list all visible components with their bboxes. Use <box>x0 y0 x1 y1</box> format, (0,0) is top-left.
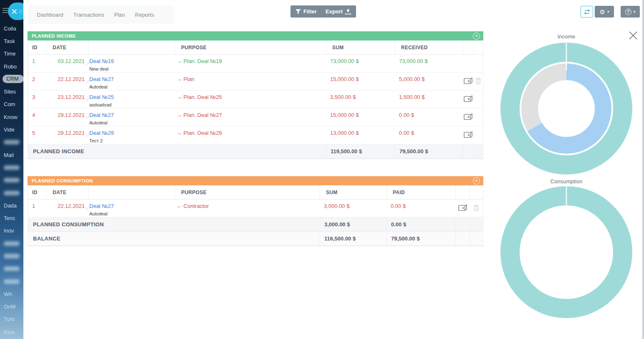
chevron-down-icon: ▾ <box>634 10 636 14</box>
settings-button[interactable]: ⚙ ▾ <box>595 6 614 18</box>
col-actions <box>473 40 483 54</box>
row-id: 3 <box>28 91 46 108</box>
close-charts-button[interactable] <box>628 30 639 41</box>
wallet-pay-button[interactable] <box>457 203 468 214</box>
sidebar-item-label: Tenc <box>4 215 15 221</box>
sidebar-item-sites[interactable]: Sites <box>0 85 23 98</box>
wallet-pay-button[interactable] <box>462 94 474 105</box>
sidebar-item-turb[interactable]: Turb <box>0 313 23 326</box>
planned-income-grid: ID DATE PURPOSE SUM RECEIVED 103.12.2021… <box>28 40 483 159</box>
trash-icon <box>475 78 481 84</box>
col-deal <box>88 185 175 199</box>
sidebar-item-colla[interactable]: Colla <box>0 22 23 35</box>
income-column-headers: ID DATE PURPOSE SUM RECEIVED <box>28 40 483 55</box>
col-actions <box>470 185 483 199</box>
deal-link[interactable]: Deal №27 <box>89 112 114 118</box>
sidebar-item-know[interactable]: Know <box>0 111 23 123</box>
edit-pencil-icon[interactable] <box>86 115 90 119</box>
swap-accounts-button[interactable] <box>581 6 593 18</box>
delete-button[interactable] <box>475 77 482 86</box>
export-label: Export <box>326 8 343 15</box>
sidebar-item-hidden[interactable] <box>0 275 23 288</box>
wallet-icon <box>463 113 473 121</box>
col-id: ID <box>28 185 46 199</box>
consumption-column-headers: ID DATE PURPOSE SUM PAID <box>28 185 483 200</box>
sidebar-item-inov[interactable]: Inov <box>0 225 23 237</box>
upload-icon <box>345 9 351 15</box>
delete-button[interactable] <box>472 204 480 213</box>
sidebar-item-hidden[interactable] <box>0 250 23 262</box>
row-id: 5 <box>28 126 46 144</box>
sidebar-item-label: WA <box>4 291 12 297</box>
row-second-sum: 0.00 $ <box>386 200 455 217</box>
sidebar-item-tenc[interactable]: Tenc <box>0 212 23 224</box>
income-total-received: 79,500.00 $ <box>395 144 463 158</box>
tab-reports[interactable]: Reports <box>135 12 154 18</box>
tab-transactions[interactable]: Transactions <box>73 12 104 18</box>
wallet-icon <box>463 131 473 139</box>
sidebar-item-hidden[interactable] <box>0 237 23 250</box>
add-income-button[interactable]: + <box>473 33 480 40</box>
clipped-label-fragment: e <box>19 7 23 16</box>
sidebar-item-label: Dada <box>4 202 17 209</box>
tab-dashboard[interactable]: Dashboard <box>37 12 63 18</box>
sidebar-item-hidden[interactable] <box>0 174 23 187</box>
wallet-pay-button[interactable] <box>462 112 474 123</box>
sidebar-item-label: Mail <box>4 152 14 158</box>
row-sum: 73,000.00 $ <box>326 55 395 72</box>
deal-link[interactable]: Deal №27 <box>89 203 114 209</box>
sidebar-item-time[interactable]: Time <box>0 48 23 60</box>
sidebar-item-hidden[interactable] <box>0 161 23 174</box>
row-sum: 3,000.00 $ <box>320 200 386 217</box>
wallet-pay-button[interactable] <box>462 76 474 87</box>
sidebar-item-mail[interactable]: Mail <box>0 149 23 161</box>
col-purpose: PURPOSE <box>175 185 320 199</box>
edit-pencil-icon[interactable] <box>86 133 90 137</box>
col-deal <box>88 40 175 54</box>
main-panel: Dashboard Transactions Plan Reports Filt… <box>23 0 644 339</box>
sidebar-item-robo[interactable]: Robo <box>0 60 23 73</box>
col-sum: SUM <box>326 40 395 54</box>
consumption-total-paid: 0.00 $ <box>386 218 455 231</box>
deal-link[interactable]: Deal №29 <box>89 130 114 136</box>
col-actions <box>463 40 473 54</box>
planned-income-header-bar: PLANNED INCOME + <box>28 31 483 40</box>
sidebar-item-hidden[interactable] <box>0 187 23 199</box>
edit-pencil-icon[interactable] <box>86 97 90 101</box>
sidebar-item-task[interactable]: Task <box>0 35 23 47</box>
edit-pencil-icon[interactable] <box>86 79 90 83</box>
consumption-total-label: PLANNED CONSUMPTION <box>28 221 320 228</box>
swap-arrows-icon <box>583 9 591 15</box>
help-button[interactable]: ? ▾ <box>621 6 640 18</box>
edit-pencil-icon[interactable] <box>86 206 90 210</box>
sidebar-item-bala[interactable]: Bala <box>0 326 23 338</box>
sidebar-item-crm[interactable]: CRM <box>0 73 23 85</box>
sidebar-item-com[interactable]: Com <box>0 98 23 111</box>
wallet-icon <box>463 77 473 85</box>
balance-sum: 116,500.00 $ <box>320 232 386 245</box>
deal-link[interactable]: Deal №27 <box>89 76 114 82</box>
sidebar-close-button[interactable]: e <box>8 3 23 20</box>
export-button[interactable]: Export <box>321 5 356 18</box>
sidebar-item-dada[interactable]: Dada <box>0 199 23 212</box>
sidebar-item-onm[interactable]: OnM <box>0 301 23 313</box>
sidebar-item-hidden[interactable] <box>0 263 23 275</box>
add-consumption-button[interactable]: + <box>473 177 480 185</box>
deal-subtitle: Autodeal <box>89 83 175 90</box>
sidebar-item-wa[interactable]: WA <box>0 288 23 300</box>
sidebar-item-vide[interactable]: Vide <box>0 123 23 136</box>
filter-button[interactable]: Filter <box>290 5 322 18</box>
col-date: DATE <box>46 185 88 199</box>
tab-plan[interactable]: Plan <box>114 12 125 18</box>
wallet-pay-button[interactable] <box>462 130 474 141</box>
deal-link[interactable]: Deal №25 <box>89 94 114 100</box>
planned-consumption-section: PLANNED CONSUMPTION + ID DATE PURPOSE SU… <box>28 176 483 246</box>
col-received: RECEIVED <box>395 40 463 54</box>
edit-pencil-icon[interactable] <box>86 61 90 65</box>
help-icon: ? <box>625 9 631 15</box>
row-second-sum: 0.00 $ <box>395 126 463 144</box>
planned-consumption-title: PLANNED CONSUMPTION <box>32 178 93 183</box>
sidebar-item-label: Bala <box>4 329 15 335</box>
sidebar-item-hidden[interactable] <box>0 136 23 149</box>
deal-link[interactable]: Deal №19 <box>89 58 114 64</box>
